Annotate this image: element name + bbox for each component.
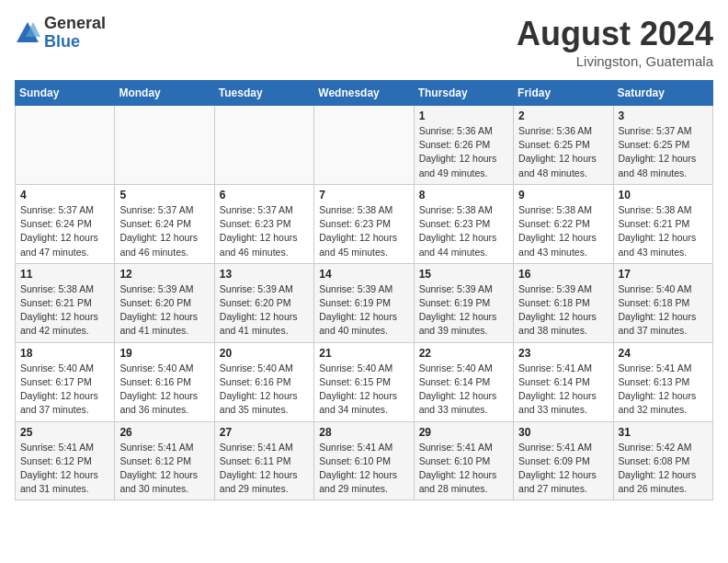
day-info: Sunrise: 5:41 AMSunset: 6:10 PMDaylight:… — [319, 441, 408, 497]
day-cell: 15Sunrise: 5:39 AMSunset: 6:19 PMDayligh… — [414, 263, 513, 342]
day-info: Sunrise: 5:38 AMSunset: 6:21 PMDaylight:… — [619, 203, 708, 259]
day-number: 8 — [419, 189, 508, 201]
day-cell: 6Sunrise: 5:37 AMSunset: 6:23 PMDaylight… — [214, 184, 313, 263]
day-header: Wednesday — [314, 81, 414, 106]
day-cell — [115, 106, 214, 185]
week-row: 25Sunrise: 5:41 AMSunset: 6:12 PMDayligh… — [16, 421, 713, 500]
day-number: 12 — [119, 268, 209, 281]
day-number: 25 — [20, 426, 109, 439]
day-cell — [314, 106, 414, 185]
day-cell: 17Sunrise: 5:40 AMSunset: 6:18 PMDayligh… — [613, 263, 712, 342]
logo: General Blue — [15, 15, 106, 52]
day-cell: 23Sunrise: 5:41 AMSunset: 6:14 PMDayligh… — [514, 342, 613, 421]
day-info: Sunrise: 5:37 AMSunset: 6:24 PMDaylight:… — [119, 203, 209, 259]
day-info: Sunrise: 5:39 AMSunset: 6:19 PMDaylight:… — [319, 282, 408, 339]
day-info: Sunrise: 5:41 AMSunset: 6:12 PMDaylight:… — [119, 441, 209, 497]
day-number: 2 — [518, 109, 608, 122]
day-number: 27 — [220, 426, 309, 439]
day-cell: 18Sunrise: 5:40 AMSunset: 6:17 PMDayligh… — [16, 342, 115, 421]
day-header: Friday — [514, 81, 613, 106]
day-info: Sunrise: 5:36 AMSunset: 6:25 PMDaylight:… — [518, 124, 608, 180]
day-cell: 20Sunrise: 5:40 AMSunset: 6:16 PMDayligh… — [214, 342, 313, 421]
logo-blue: Blue — [44, 33, 106, 52]
day-info: Sunrise: 5:40 AMSunset: 6:18 PMDaylight:… — [619, 282, 708, 339]
day-header: Tuesday — [214, 81, 313, 106]
day-number: 11 — [20, 268, 109, 281]
day-cell: 16Sunrise: 5:39 AMSunset: 6:18 PMDayligh… — [514, 263, 613, 342]
day-cell: 5Sunrise: 5:37 AMSunset: 6:24 PMDaylight… — [115, 184, 214, 263]
day-cell: 13Sunrise: 5:39 AMSunset: 6:20 PMDayligh… — [214, 263, 313, 342]
day-number: 19 — [119, 347, 209, 360]
day-header: Monday — [115, 81, 214, 106]
day-number: 10 — [619, 189, 708, 201]
day-number: 31 — [619, 426, 708, 439]
day-info: Sunrise: 5:40 AMSunset: 6:16 PMDaylight:… — [119, 362, 209, 418]
day-cell: 19Sunrise: 5:40 AMSunset: 6:16 PMDayligh… — [115, 342, 214, 421]
day-info: Sunrise: 5:42 AMSunset: 6:08 PMDaylight:… — [619, 441, 708, 497]
day-cell: 14Sunrise: 5:39 AMSunset: 6:19 PMDayligh… — [314, 263, 414, 342]
day-cell: 28Sunrise: 5:41 AMSunset: 6:10 PMDayligh… — [314, 421, 414, 500]
day-cell: 7Sunrise: 5:38 AMSunset: 6:23 PMDaylight… — [314, 184, 414, 263]
day-info: Sunrise: 5:38 AMSunset: 6:22 PMDaylight:… — [518, 203, 608, 259]
day-number: 29 — [419, 426, 508, 439]
day-number: 20 — [220, 347, 309, 360]
day-number: 14 — [319, 268, 408, 281]
week-row: 1Sunrise: 5:36 AMSunset: 6:26 PMDaylight… — [16, 106, 713, 185]
day-cell — [214, 106, 313, 185]
day-number: 15 — [419, 268, 508, 281]
day-info: Sunrise: 5:37 AMSunset: 6:23 PMDaylight:… — [220, 203, 309, 259]
day-info: Sunrise: 5:39 AMSunset: 6:20 PMDaylight:… — [220, 282, 309, 339]
logo-general: General — [44, 15, 106, 33]
day-info: Sunrise: 5:40 AMSunset: 6:14 PMDaylight:… — [419, 362, 508, 418]
day-number: 26 — [119, 426, 209, 439]
logo-text: General Blue — [44, 15, 106, 52]
day-info: Sunrise: 5:41 AMSunset: 6:09 PMDaylight:… — [518, 441, 608, 497]
day-cell: 3Sunrise: 5:37 AMSunset: 6:25 PMDaylight… — [613, 106, 712, 185]
title-area: August 2024 Livingston, Guatemala — [517, 15, 713, 69]
day-header: Sunday — [16, 81, 115, 106]
page-header: General Blue August 2024 Livingston, Gua… — [15, 15, 713, 69]
day-number: 1 — [419, 109, 508, 122]
day-cell: 27Sunrise: 5:41 AMSunset: 6:11 PMDayligh… — [214, 421, 313, 500]
day-cell: 25Sunrise: 5:41 AMSunset: 6:12 PMDayligh… — [16, 421, 115, 500]
day-cell: 2Sunrise: 5:36 AMSunset: 6:25 PMDaylight… — [514, 106, 613, 185]
day-cell: 12Sunrise: 5:39 AMSunset: 6:20 PMDayligh… — [115, 263, 214, 342]
day-cell: 31Sunrise: 5:42 AMSunset: 6:08 PMDayligh… — [613, 421, 712, 500]
day-number: 17 — [619, 268, 708, 281]
day-number: 30 — [518, 426, 608, 439]
day-number: 6 — [220, 189, 309, 201]
day-info: Sunrise: 5:40 AMSunset: 6:16 PMDaylight:… — [220, 362, 309, 418]
day-number: 23 — [518, 347, 608, 360]
day-info: Sunrise: 5:38 AMSunset: 6:23 PMDaylight:… — [419, 203, 508, 259]
day-number: 16 — [518, 268, 608, 281]
day-cell — [16, 106, 115, 185]
day-number: 21 — [319, 347, 408, 360]
day-number: 7 — [319, 189, 408, 201]
day-number: 5 — [119, 189, 209, 201]
day-info: Sunrise: 5:38 AMSunset: 6:21 PMDaylight:… — [20, 282, 109, 339]
location: Livingston, Guatemala — [517, 53, 713, 69]
day-info: Sunrise: 5:41 AMSunset: 6:13 PMDaylight:… — [619, 362, 708, 418]
month-title: August 2024 — [517, 15, 713, 53]
day-cell: 29Sunrise: 5:41 AMSunset: 6:10 PMDayligh… — [414, 421, 513, 500]
day-cell: 8Sunrise: 5:38 AMSunset: 6:23 PMDaylight… — [414, 184, 513, 263]
day-cell: 4Sunrise: 5:37 AMSunset: 6:24 PMDaylight… — [16, 184, 115, 263]
day-info: Sunrise: 5:36 AMSunset: 6:26 PMDaylight:… — [419, 124, 508, 180]
header-row: SundayMondayTuesdayWednesdayThursdayFrid… — [16, 81, 713, 106]
day-cell: 1Sunrise: 5:36 AMSunset: 6:26 PMDaylight… — [414, 106, 513, 185]
day-cell: 24Sunrise: 5:41 AMSunset: 6:13 PMDayligh… — [613, 342, 712, 421]
day-info: Sunrise: 5:39 AMSunset: 6:18 PMDaylight:… — [518, 282, 608, 339]
day-info: Sunrise: 5:39 AMSunset: 6:19 PMDaylight:… — [419, 282, 508, 339]
day-number: 18 — [20, 347, 109, 360]
week-row: 18Sunrise: 5:40 AMSunset: 6:17 PMDayligh… — [16, 342, 713, 421]
day-cell: 11Sunrise: 5:38 AMSunset: 6:21 PMDayligh… — [16, 263, 115, 342]
day-info: Sunrise: 5:40 AMSunset: 6:17 PMDaylight:… — [20, 362, 109, 418]
day-cell: 22Sunrise: 5:40 AMSunset: 6:14 PMDayligh… — [414, 342, 513, 421]
day-info: Sunrise: 5:37 AMSunset: 6:24 PMDaylight:… — [20, 203, 109, 259]
day-cell: 9Sunrise: 5:38 AMSunset: 6:22 PMDaylight… — [514, 184, 613, 263]
day-number: 9 — [518, 189, 608, 201]
day-info: Sunrise: 5:37 AMSunset: 6:25 PMDaylight:… — [619, 124, 708, 180]
day-number: 24 — [619, 347, 708, 360]
day-cell: 30Sunrise: 5:41 AMSunset: 6:09 PMDayligh… — [514, 421, 613, 500]
week-row: 11Sunrise: 5:38 AMSunset: 6:21 PMDayligh… — [16, 263, 713, 342]
